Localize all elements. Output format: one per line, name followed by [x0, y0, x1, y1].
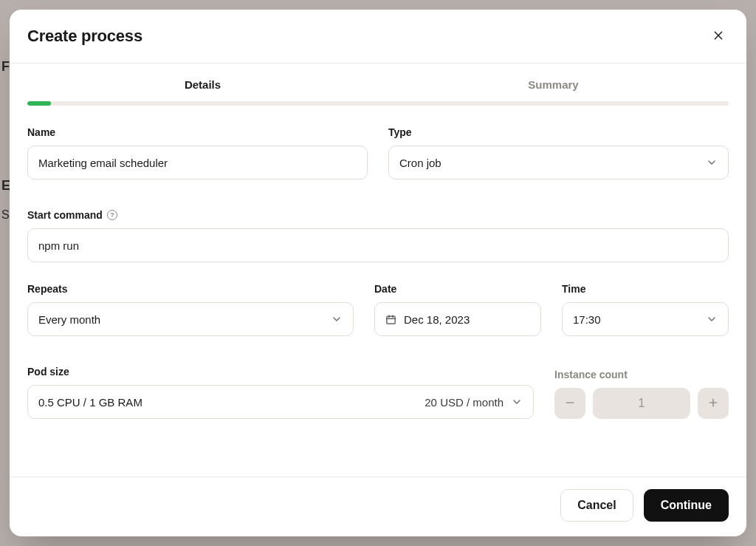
- continue-button[interactable]: Continue: [644, 489, 729, 522]
- name-label: Name: [27, 126, 368, 138]
- modal-body: Details Summary Name Type Cron job: [10, 64, 746, 477]
- modal-header: Create process: [10, 10, 746, 64]
- calendar-icon: [385, 314, 396, 325]
- pod-size-spec: 0.5 CPU / 1 GB RAM: [38, 396, 142, 409]
- type-value: Cron job: [399, 157, 441, 169]
- chevron-down-icon: [706, 313, 718, 325]
- repeats-label: Repeats: [27, 283, 354, 295]
- instance-count-stepper: 1: [554, 388, 729, 419]
- type-select[interactable]: Cron job: [388, 146, 729, 180]
- type-label: Type: [388, 126, 729, 138]
- start-command-input[interactable]: [27, 228, 729, 262]
- help-icon[interactable]: ?: [107, 210, 117, 220]
- increment-button[interactable]: [698, 388, 729, 419]
- modal-footer: Cancel Continue: [10, 477, 746, 536]
- close-button[interactable]: [708, 26, 729, 47]
- svg-rect-2: [387, 316, 395, 324]
- create-process-modal: Create process Details Summary Name: [10, 10, 746, 536]
- pod-size-select[interactable]: 0.5 CPU / 1 GB RAM 20 USD / month: [27, 385, 534, 419]
- name-input[interactable]: [27, 146, 368, 180]
- pod-size-price: 20 USD / month: [425, 396, 504, 409]
- start-command-label: Start command ?: [27, 209, 729, 221]
- progress-track: [27, 101, 729, 106]
- instance-count-label: Instance count: [554, 369, 729, 381]
- close-icon: [712, 30, 724, 44]
- date-value: Dec 18, 2023: [404, 313, 470, 326]
- time-select[interactable]: 17:30: [562, 302, 729, 336]
- modal-title: Create process: [27, 27, 142, 46]
- date-input[interactable]: Dec 18, 2023: [374, 302, 541, 336]
- chevron-down-icon: [511, 396, 523, 408]
- decrement-button[interactable]: [554, 388, 585, 419]
- start-command-label-text: Start command: [27, 209, 103, 221]
- time-label: Time: [562, 283, 729, 295]
- repeats-select[interactable]: Every month: [27, 302, 354, 336]
- tab-summary[interactable]: Summary: [378, 78, 729, 101]
- chevron-down-icon: [706, 157, 718, 168]
- pod-size-label: Pod size: [27, 366, 534, 378]
- repeats-value: Every month: [38, 313, 100, 326]
- instance-count-value[interactable]: 1: [593, 388, 690, 419]
- progress-fill: [27, 101, 51, 106]
- tabs: Details Summary: [27, 78, 729, 101]
- plus-icon: [707, 395, 719, 412]
- time-value: 17:30: [573, 313, 601, 326]
- tab-details[interactable]: Details: [27, 78, 378, 101]
- cancel-button[interactable]: Cancel: [560, 489, 633, 522]
- minus-icon: [564, 395, 576, 412]
- form: Name Type Cron job Start command: [27, 106, 729, 419]
- chevron-down-icon: [331, 313, 343, 325]
- date-label: Date: [374, 283, 541, 295]
